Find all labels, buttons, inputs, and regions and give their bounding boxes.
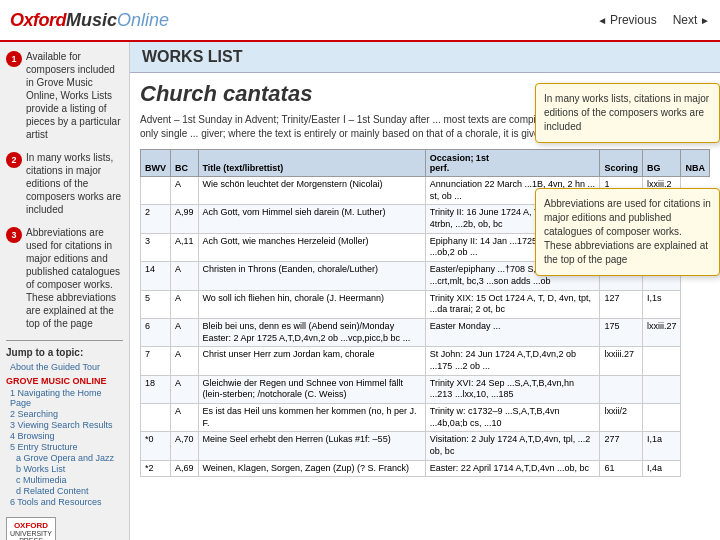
col-bwv: BWV [141,150,171,177]
number-badge-2: 2 [6,152,22,168]
table-cell-4-5: I,1s [642,290,681,318]
table-cell-5-3: Easter Monday ... [425,318,600,346]
sidebar-link-0[interactable]: 1 Navigating the Home Page [10,388,123,408]
sidebar-link-6[interactable]: b Works List [16,464,123,474]
sidebar-text-1: Available for composers included in Grov… [26,50,123,141]
table-row: 7AChrist unser Herr zum Jordan kam, chor… [141,347,710,375]
sidebar-link-7[interactable]: c Multimedia [16,475,123,485]
logo-area: Oxford Music Online [10,10,169,31]
next-link[interactable]: Next [673,13,710,27]
press-logo-box: OXFORD UNIVERSITY PRESS [6,517,56,540]
col-bc: BC [171,150,199,177]
table-cell-7-0: 18 [141,375,171,403]
table-cell-6-2: Christ unser Herr zum Jordan kam, choral… [198,347,425,375]
table-cell-8-4: lxxii/2 [600,404,643,432]
table-cell-9-5: I,1a [642,432,681,460]
table-cell-2-2: Ach Gott, wie manches Herzeleid (Moller) [198,233,425,261]
table-cell-6-5 [642,347,681,375]
table-cell-1-2: Ach Gott, vom Himmel sieh darein (M. Lut… [198,205,425,233]
about-guided-tour-link[interactable]: About the Guided Tour [10,362,123,372]
sidebar-text-2: In many works lists, citations in major … [26,151,123,216]
table-row: 18AGleichwie der Regen und Schnee von Hi… [141,375,710,403]
table-cell-5-0: 6 [141,318,171,346]
table-cell-5-1: A [171,318,199,346]
tooltip-text-1: In many works lists, citations in major … [544,93,709,132]
nav-links: Previous Next [597,13,710,27]
table-cell-9-1: A,70 [171,432,199,460]
table-cell-3-0: 14 [141,262,171,290]
col-nba: NBA [681,150,710,177]
table-cell-10-3: Easter: 22 April 1714 A,T,D,4vn ...ob, b… [425,460,600,477]
table-cell-1-0: 2 [141,205,171,233]
table-cell-4-4: 127 [600,290,643,318]
table-cell-0-1: A [171,177,199,205]
sidebar-item-2: 2 In many works lists, citations in majo… [6,151,123,216]
table-cell-5-5: lxxiii.27 [642,318,681,346]
col-bg: BG [642,150,681,177]
table-cell-2-1: A,11 [171,233,199,261]
sidebar-link-9[interactable]: 6 Tools and Resources [10,497,123,507]
col-scoring: Scoring [600,150,643,177]
table-cell-10-0: *2 [141,460,171,477]
table-cell-8-0 [141,404,171,432]
table-cell-8-2: Es ist das Heil uns kommen her kommen (n… [198,404,425,432]
table-cell-10-1: A,69 [171,460,199,477]
table-cell-9-3: Visitation: 2 July 1724 A,T,D,4vn, tpl, … [425,432,600,460]
oxford-press-logo: OXFORD UNIVERSITY PRESS [6,517,123,540]
table-row: 6ABleib bei uns, denn es will (Abend sei… [141,318,710,346]
table-row: *0A,70Meine Seel erhebt den Herren (Luka… [141,432,710,460]
table-cell-9-4: 277 [600,432,643,460]
sidebar-link-2[interactable]: 3 Viewing Search Results [10,420,123,430]
sidebar-link-4[interactable]: 5 Entry Structure [10,442,123,452]
logo-oxford: Oxford [10,10,66,31]
number-badge-1: 1 [6,51,22,67]
table-cell-5-2: Bleib bei uns, denn es will (Abend sein)… [198,318,425,346]
table-cell-4-3: Trinity XIX: 15 Oct 1724 A, T, D, 4vn, t… [425,290,600,318]
sidebar-link-1[interactable]: 2 Searching [10,409,123,419]
table-cell-1-1: A,99 [171,205,199,233]
table-cell-5-4: 175 [600,318,643,346]
sidebar-link-3[interactable]: 4 Browsing [10,431,123,441]
tooltip-box-2: Abbreviations are used for citations in … [535,188,720,276]
table-cell-8-5 [642,404,681,432]
content-inner: Church cantatas Advent – 1st Sunday in A… [130,73,720,485]
sidebar-section-title: GROVE MUSIC ONLINE [6,376,123,386]
sidebar-item-1: 1 Available for composers included in Gr… [6,50,123,141]
col-title: Title (text/librettist) [198,150,425,177]
jump-label: Jump to a topic: [6,347,123,358]
col-occasion: Occasion; 1stperf. [425,150,600,177]
table-cell-6-1: A [171,347,199,375]
table-cell-10-2: Weinen, Klagen, Sorgen, Zagen (Zup) (? S… [198,460,425,477]
table-cell-2-0: 3 [141,233,171,261]
main-layout: 1 Available for composers included in Gr… [0,42,720,540]
table-cell-7-3: Trinity XVI: 24 Sep ...S,A,T,B,4vn,hn ..… [425,375,600,403]
table-cell-7-5 [642,375,681,403]
previous-link[interactable]: Previous [597,13,656,27]
table-row: *2A,69Weinen, Klagen, Sorgen, Zagen (Zup… [141,460,710,477]
table-cell-8-3: Trinity w: c1732–9 ...S,A,T,B,4vn ...4b,… [425,404,600,432]
sidebar-text-3: Abbreviations are used for citations in … [26,226,123,330]
logo-online: Online [117,10,169,31]
content-area: WORKS LIST Church cantatas Advent – 1st … [130,42,720,540]
table-cell-6-3: St John: 24 Jun 1724 A,T,D,4vn,2 ob ...1… [425,347,600,375]
works-list-header: WORKS LIST [130,42,720,73]
table-cell-9-2: Meine Seel erhebt den Herren (Lukas #1f:… [198,432,425,460]
table-cell-4-0: 5 [141,290,171,318]
tooltip-text-2: Abbreviations are used for citations in … [544,198,711,265]
table-cell-4-2: Wo soll ich fliehen hin, chorale (J. Hee… [198,290,425,318]
sidebar-link-8[interactable]: d Related Content [16,486,123,496]
tooltip-box-1: In many works lists, citations in major … [535,83,720,143]
table-cell-7-1: A [171,375,199,403]
table-cell-7-4 [600,375,643,403]
table-cell-7-2: Gleichwie der Regen und Schnee von Himme… [198,375,425,403]
table-cell-10-5: I,4a [642,460,681,477]
number-badge-3: 3 [6,227,22,243]
sidebar-link-5[interactable]: a Grove Opera and Jazz [16,453,123,463]
header: Oxford Music Online Previous Next [0,0,720,42]
table-cell-9-0: *0 [141,432,171,460]
table-cell-6-0: 7 [141,347,171,375]
logo-music: Music [66,10,117,31]
table-cell-0-0 [141,177,171,205]
sidebar: 1 Available for composers included in Gr… [0,42,130,540]
table-cell-3-2: Christen in Throns (Eanden, chorale/Luth… [198,262,425,290]
